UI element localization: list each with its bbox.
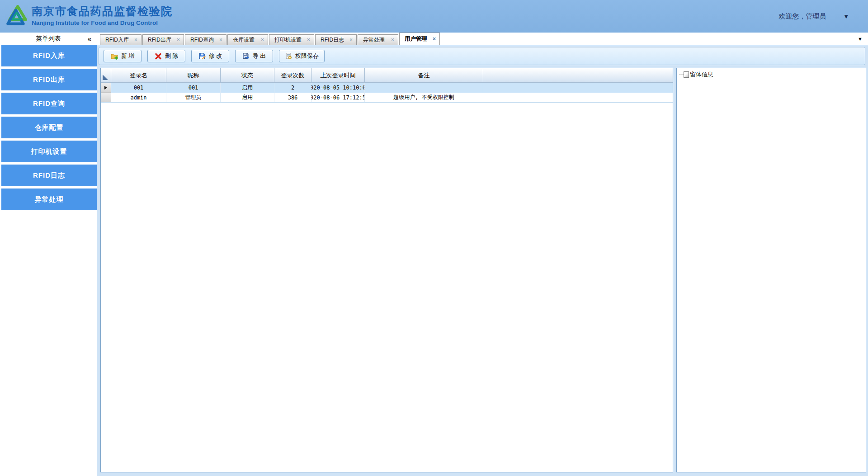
toolbar-button-label: 权限保存 xyxy=(295,52,319,60)
tab-label: 异常处理 xyxy=(363,36,385,44)
sidebar-item-exception-handling[interactable]: 异常处理 xyxy=(1,189,97,210)
tab-rfid-log[interactable]: RFID日志 × xyxy=(315,34,357,45)
sidebar-title: 菜单列表 xyxy=(36,35,61,43)
toolbar-button-label: 导 出 xyxy=(253,52,266,60)
table-cell[interactable]: admin xyxy=(111,93,166,102)
org-title: 南京市食品药品监督检验院 xyxy=(32,4,173,19)
tab-user-management[interactable]: 用户管理 × xyxy=(399,33,440,45)
table-cell[interactable]: 启用 xyxy=(221,83,274,93)
column-header-filler xyxy=(483,68,673,83)
table-cell[interactable]: 2020-08-06 17:12:50 xyxy=(311,93,365,102)
sidebar-item-rfid-log[interactable]: RFID日志 xyxy=(1,165,97,186)
table-cell[interactable]: 386 xyxy=(274,93,311,102)
current-row-arrow-icon xyxy=(104,86,107,90)
tab-close-icon[interactable]: × xyxy=(177,37,180,42)
tab-label: RFID日志 xyxy=(321,36,344,44)
table-row-0[interactable]: 001001启用22020-08-05 10:10:03 xyxy=(101,83,673,93)
tab-printer-settings[interactable]: 打印机设置 × xyxy=(269,34,314,45)
org-identity: 南京市食品药品监督检验院 Nanjing Institute for Food … xyxy=(32,4,173,26)
tab-rfid-out[interactable]: RFID出库 × xyxy=(142,34,184,45)
grid-body: 001001启用22020-08-05 10:10:03admin管理员启用38… xyxy=(101,83,673,103)
sidebar-item-rfid-in[interactable]: RFID入库 xyxy=(1,45,97,66)
table-cell[interactable]: 2 xyxy=(274,83,311,93)
tab-close-icon[interactable]: × xyxy=(219,37,222,42)
toolbar-button-label: 新 增 xyxy=(121,52,135,60)
sidebar-item-label: 异常处理 xyxy=(35,195,64,204)
tab-label: 仓库设置 xyxy=(233,36,255,44)
sidebar-item-rfid-out[interactable]: RFID出库 xyxy=(1,69,97,90)
sidebar-item-label: 打印机设置 xyxy=(31,147,67,156)
tab-rfid-query[interactable]: RFID查询 × xyxy=(185,34,226,45)
tree-node-form-info[interactable]: 窗体信息 xyxy=(679,71,866,79)
sidebar-item-rfid-query[interactable]: RFID查询 xyxy=(1,93,97,114)
tree-node-label: 窗体信息 xyxy=(690,71,713,79)
grid-corner-triangle-icon xyxy=(103,75,108,80)
tab-label: 用户管理 xyxy=(405,35,427,43)
sidebar-item-warehouse-config[interactable]: 仓库配置 xyxy=(1,117,97,138)
row-indicator-cell[interactable] xyxy=(101,93,111,102)
save-export-icon xyxy=(242,52,250,60)
edit-button[interactable]: 修 改 xyxy=(191,50,229,62)
org-subtitle: Nanjing Institute for Food and Drug Cont… xyxy=(32,19,173,26)
tree-node-icon xyxy=(684,71,689,78)
perm-button[interactable]: 权限保存 xyxy=(279,50,325,62)
tab-label: 打印机设置 xyxy=(274,36,302,44)
sidebar-item-printer-settings[interactable]: 打印机设置 xyxy=(1,141,97,162)
tab-warehouse-settings[interactable]: 仓库设置 × xyxy=(227,34,268,45)
tab-rfid-in[interactable]: RFID入库 × xyxy=(100,34,142,45)
column-header-2[interactable]: 状态 xyxy=(221,68,274,83)
column-header-5[interactable]: 备注 xyxy=(365,68,483,83)
permission-gear-icon xyxy=(285,52,292,60)
form-info-panel: 窗体信息 xyxy=(676,68,866,472)
app-header: 南京市食品药品监督检验院 Nanjing Institute for Food … xyxy=(0,0,868,33)
user-menu-caret-icon[interactable]: ▼ xyxy=(843,13,849,20)
sidebar-item-label: 仓库配置 xyxy=(35,123,64,132)
tab-close-icon[interactable]: × xyxy=(349,37,353,42)
column-header-3[interactable]: 登录次数 xyxy=(274,68,311,83)
tab-label: RFID出库 xyxy=(148,36,171,44)
tab-close-icon[interactable]: × xyxy=(134,37,137,42)
table-cell[interactable]: 001 xyxy=(166,83,221,93)
sidebar-collapse-icon[interactable]: « xyxy=(88,35,91,42)
table-cell[interactable]: 001 xyxy=(111,83,166,93)
sidebar-item-label: RFID查询 xyxy=(33,99,65,108)
table-cell[interactable]: 管理员 xyxy=(166,93,221,102)
sidebar-item-label: RFID出库 xyxy=(33,75,65,84)
sidebar-item-label: RFID入库 xyxy=(33,52,65,60)
sidebar-menu: RFID入库 RFID出库 RFID查询 仓库配置 打印机设置 RFID日志 异… xyxy=(0,45,97,210)
column-header-4[interactable]: 上次登录时间 xyxy=(311,68,365,83)
table-cell-filler xyxy=(483,83,673,93)
user-area: 欢迎您，管理员 ▼ xyxy=(778,0,849,33)
new-button[interactable]: 新 增 xyxy=(104,50,142,62)
tab-strip: RFID入库 × RFID出库 × RFID查询 × 仓库设置 × 打印机设置 … xyxy=(97,33,868,45)
sidebar: 菜单列表 « RFID入库 RFID出库 RFID查询 仓库配置 打印机设置 R… xyxy=(0,33,97,476)
grid-header-row: 登录名昵称状态登录次数上次登录时间备注 xyxy=(101,68,673,83)
tab-exception-handling[interactable]: 异常处理 × xyxy=(358,34,398,45)
table-cell[interactable]: 超级用户, 不受权限控制 xyxy=(365,93,483,102)
toolbar: 新 增 删 除 修 改 导 出 权限保存 xyxy=(99,47,865,65)
delete-button[interactable]: 删 除 xyxy=(147,50,185,62)
user-grid-panel: 登录名昵称状态登录次数上次登录时间备注 001001启用22020-08-05 … xyxy=(100,68,673,472)
red-x-icon xyxy=(155,52,162,60)
tab-close-icon[interactable]: × xyxy=(307,37,310,42)
table-cell[interactable] xyxy=(365,83,483,93)
export-button[interactable]: 导 出 xyxy=(235,50,273,62)
welcome-text: 欢迎您，管理员 xyxy=(778,12,826,21)
org-logo-icon xyxy=(5,4,29,28)
tab-close-icon[interactable]: × xyxy=(261,37,264,42)
table-row-1[interactable]: admin管理员启用3862020-08-06 17:12:50超级用户, 不受… xyxy=(101,93,673,103)
save-edit-icon xyxy=(198,52,206,60)
column-header-1[interactable]: 昵称 xyxy=(166,68,221,83)
tab-close-icon[interactable]: × xyxy=(433,36,436,42)
column-header-0[interactable]: 登录名 xyxy=(111,68,166,83)
tab-close-icon[interactable]: × xyxy=(391,37,394,42)
tree-branch-line xyxy=(679,75,684,75)
row-indicator-cell[interactable] xyxy=(101,83,111,93)
table-cell[interactable]: 启用 xyxy=(221,93,274,102)
tab-overflow-caret-icon[interactable]: ▼ xyxy=(858,36,868,42)
sidebar-item-label: RFID日志 xyxy=(33,171,65,180)
tab-label: RFID入库 xyxy=(105,36,129,44)
table-cell[interactable]: 2020-08-05 10:10:03 xyxy=(311,83,365,93)
grid-corner-cell xyxy=(101,68,111,83)
toolbar-button-label: 修 改 xyxy=(209,52,222,60)
